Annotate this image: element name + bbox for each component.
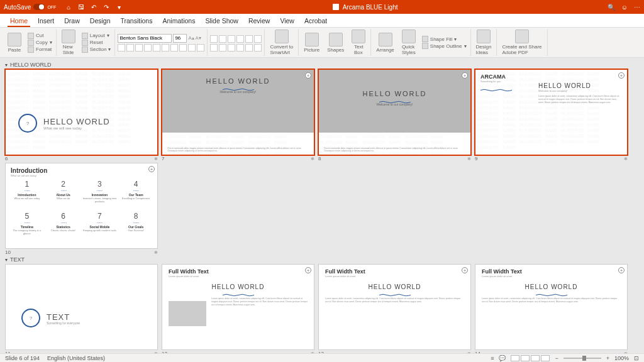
- vert-align-button[interactable]: [254, 44, 262, 52]
- normal-view-button[interactable]: [511, 355, 519, 361]
- align-center-button[interactable]: [219, 44, 226, 52]
- slide-14[interactable]: + Full Width Text Lorem ipsum dolor sit …: [475, 264, 628, 350]
- align-left-button[interactable]: [210, 44, 218, 52]
- user-icon[interactable]: ☺: [621, 4, 628, 11]
- save-icon[interactable]: 🖫: [77, 3, 85, 11]
- indent-left-button[interactable]: [228, 35, 235, 43]
- search-icon[interactable]: 🔍: [608, 4, 615, 11]
- numbering-button[interactable]: [219, 35, 226, 43]
- add-icon[interactable]: +: [618, 267, 625, 273]
- section-button[interactable]: Section ▾: [80, 47, 113, 53]
- tab-design[interactable]: Design: [85, 14, 116, 27]
- strike-button[interactable]: [144, 44, 152, 52]
- italic-button[interactable]: [126, 44, 134, 52]
- slideshow-view-button[interactable]: [541, 355, 550, 361]
- underline-button[interactable]: [135, 44, 143, 52]
- slide-counter[interactable]: Slide 6 of 194: [5, 355, 40, 361]
- tab-acrobat[interactable]: Acrobat: [299, 14, 332, 27]
- tab-view[interactable]: View: [275, 14, 299, 27]
- reading-view-button[interactable]: [531, 355, 540, 361]
- add-icon[interactable]: +: [618, 72, 625, 79]
- textbox-button[interactable]: Text Box: [349, 29, 368, 56]
- reset-button[interactable]: Reset: [80, 40, 113, 46]
- smartart-button[interactable]: Convert to SmartArt: [267, 29, 296, 56]
- font-size[interactable]: [173, 34, 187, 43]
- cut-button[interactable]: Cut: [26, 33, 53, 39]
- new-slide-button[interactable]: New Slide: [59, 29, 78, 56]
- ribbon-tabs: Home Insert Draw Design Transitions Anim…: [0, 14, 644, 28]
- designideas-button[interactable]: Design Ideas: [474, 29, 494, 56]
- format-button[interactable]: Format: [26, 47, 53, 53]
- add-icon[interactable]: +: [462, 72, 468, 79]
- undo-icon[interactable]: ↶: [90, 3, 97, 11]
- layout-button[interactable]: Layout ▾: [80, 33, 113, 39]
- tab-insert[interactable]: Insert: [33, 14, 59, 27]
- notes-button[interactable]: ≡: [491, 355, 494, 361]
- sorter-view-button[interactable]: [521, 355, 530, 361]
- quickstyles-button[interactable]: Quick Styles: [399, 29, 418, 56]
- image-placeholder-icon: ?: [21, 309, 40, 327]
- comments-button[interactable]: 💬: [499, 355, 506, 361]
- picture-button[interactable]: Picture: [301, 32, 322, 53]
- tab-draw[interactable]: Draw: [59, 14, 85, 27]
- doc-icon: [333, 4, 339, 10]
- slide-sorter[interactable]: ▾HELLO WORLD BUSINESS NAME BUSINESS NAME…: [0, 58, 644, 353]
- ribbon: Paste Cut Copy ▾ Format New Slide Layout…: [0, 28, 644, 58]
- slide-12[interactable]: + Full Width Text Lorem ipsum dolor sit …: [162, 264, 314, 350]
- columns-button[interactable]: [245, 44, 253, 52]
- image-placeholder-icon: ?: [18, 114, 37, 133]
- slide-9[interactable]: BUSINESS NAME BUSINESS NAME BUSINESS NAM…: [475, 69, 628, 155]
- language[interactable]: English (United States): [47, 355, 105, 361]
- paste-button[interactable]: Paste: [5, 32, 24, 53]
- slide-10[interactable]: + Introduction What we will see today 1⋯…: [5, 163, 158, 249]
- arrange-button[interactable]: Arrange: [374, 32, 396, 53]
- spacing-button[interactable]: [162, 44, 169, 52]
- bullets-button[interactable]: [210, 35, 218, 43]
- add-icon[interactable]: +: [148, 166, 155, 172]
- line-spacing-button[interactable]: [245, 35, 253, 43]
- more-icon[interactable]: ▾: [115, 3, 123, 11]
- justify-button[interactable]: [236, 44, 244, 52]
- slide-11[interactable]: ? TEXT Something for everyone: [5, 264, 158, 350]
- options-icon[interactable]: ⋯: [634, 4, 640, 11]
- zoom-in-button[interactable]: +: [606, 355, 609, 361]
- clear-button[interactable]: [197, 44, 204, 52]
- slide-8[interactable]: + HELLO WORLD Welcome to our company! BU…: [318, 69, 471, 155]
- slide-7[interactable]: + HELLO WORLD Welcome to our company! BU…: [162, 69, 314, 155]
- copy-button[interactable]: Copy ▾: [26, 40, 53, 46]
- tab-review[interactable]: Review: [243, 14, 275, 27]
- zoom-level[interactable]: 100%: [614, 355, 629, 361]
- tab-transitions[interactable]: Transitions: [115, 14, 157, 27]
- home-icon[interactable]: ⌂: [65, 3, 72, 11]
- status-bar: Slide 6 of 194 English (United States) ≡…: [0, 353, 644, 362]
- title-bar: AutoSave OFF ⌂ 🖫 ↶ ↷ ▾ Arcama BLUE Light…: [0, 0, 644, 14]
- shapeoutline-button[interactable]: Shape Outline ▾: [421, 43, 468, 49]
- shapes-button[interactable]: Shapes: [325, 32, 347, 53]
- color-button[interactable]: [188, 44, 196, 52]
- tab-animations[interactable]: Animations: [157, 14, 200, 27]
- align-right-button[interactable]: [228, 44, 235, 52]
- slide-6[interactable]: BUSINESS NAME BUSINESS NAME BUSINESS NAM…: [5, 69, 158, 155]
- highlight-button[interactable]: [179, 44, 187, 52]
- font-select[interactable]: [118, 34, 172, 43]
- add-icon[interactable]: +: [462, 267, 468, 273]
- bold-button[interactable]: [118, 44, 125, 52]
- case-button[interactable]: [170, 44, 178, 52]
- zoom-out-button[interactable]: −: [555, 355, 558, 361]
- image-placeholder: [169, 301, 206, 326]
- tab-home[interactable]: Home: [5, 14, 33, 27]
- section-text[interactable]: ▾TEXT: [5, 256, 639, 263]
- section-hello[interactable]: ▾HELLO WORLD: [5, 62, 639, 68]
- slide-13[interactable]: + Full Width Text Lorem ipsum dolor sit …: [318, 264, 471, 350]
- adobe-button[interactable]: Create and Share Adobe PDF: [499, 29, 544, 56]
- autosave-toggle[interactable]: AutoSave OFF: [4, 4, 56, 11]
- redo-icon[interactable]: ↷: [103, 3, 110, 11]
- shapefill-button[interactable]: Shape Fill ▾: [421, 36, 468, 42]
- zoom-slider[interactable]: [564, 358, 601, 359]
- shadow-button[interactable]: [153, 44, 160, 52]
- indent-right-button[interactable]: [236, 35, 244, 43]
- direction-button[interactable]: [254, 35, 262, 43]
- fit-button[interactable]: ⊡: [634, 355, 639, 361]
- tab-slideshow[interactable]: Slide Show: [200, 14, 243, 27]
- add-icon[interactable]: +: [305, 267, 311, 273]
